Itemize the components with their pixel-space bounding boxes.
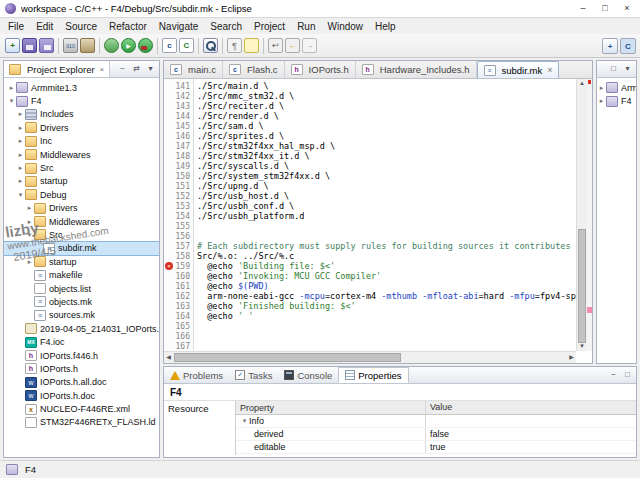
- tab-console[interactable]: Console: [278, 367, 338, 383]
- gutter-line[interactable]: 167: [164, 341, 193, 351]
- make-target-item-f4[interactable]: ▸F4: [597, 94, 636, 107]
- scroll-up-icon[interactable]: ▲: [577, 79, 587, 88]
- gutter-line[interactable]: 166: [164, 331, 193, 341]
- save-all-icon[interactable]: [39, 38, 54, 53]
- build-project-icon[interactable]: [80, 38, 95, 53]
- new-c-source-icon[interactable]: [162, 38, 177, 53]
- menu-help[interactable]: Help: [369, 21, 402, 32]
- new-cpp-class-icon[interactable]: [179, 38, 194, 53]
- menu-navigate[interactable]: Navigate: [153, 21, 204, 32]
- gutter-line[interactable]: 157: [164, 241, 193, 251]
- code-line-161[interactable]: @echo $(PWD): [197, 281, 576, 291]
- last-edit-location-icon[interactable]: [268, 38, 283, 53]
- code-line-144[interactable]: ./Src/render.d \: [197, 111, 576, 121]
- gutter-line[interactable]: 161: [164, 281, 193, 291]
- build-all-icon[interactable]: [63, 38, 78, 53]
- tab-properties[interactable]: Properties: [338, 367, 408, 383]
- code-line-159[interactable]: @echo 'Building file: $<': [197, 261, 576, 271]
- code-line-141[interactable]: ./Src/main.d \: [197, 81, 576, 91]
- line-number-gutter[interactable]: 1411421431441451461471481491501511521531…: [164, 79, 194, 351]
- property-row-editable[interactable]: editabletrue: [236, 441, 636, 454]
- horizontal-scrollbar-thumb[interactable]: [174, 353, 401, 362]
- gutter-line[interactable]: 144: [164, 111, 193, 121]
- scroll-down-icon[interactable]: ▼: [577, 342, 587, 351]
- collapsed-arrow-icon[interactable]: ▸: [25, 204, 34, 212]
- close-tab-icon[interactable]: ×: [547, 65, 552, 75]
- tree-item-src[interactable]: ▾Src: [4, 228, 159, 241]
- collapsed-arrow-icon[interactable]: ▸: [7, 84, 16, 92]
- collapsed-arrow-icon[interactable]: ▸: [16, 110, 25, 118]
- collapse-all-icon[interactable]: −: [117, 62, 128, 76]
- annotation-overview-marker[interactable]: [587, 307, 592, 313]
- scroll-right-icon[interactable]: ▶: [567, 352, 576, 363]
- tree-item-armmite1-3[interactable]: ▸Armmite1.3: [4, 81, 159, 94]
- save-icon[interactable]: [22, 38, 37, 53]
- menu-window[interactable]: Window: [321, 21, 369, 32]
- maximize-button[interactable]: □: [594, 1, 616, 16]
- open-perspective-icon[interactable]: +: [602, 38, 618, 54]
- code-line-150[interactable]: ./Src/system_stm32f4xx.d \: [197, 171, 576, 181]
- collapsed-arrow-icon[interactable]: ▸: [16, 124, 25, 132]
- gutter-line[interactable]: 147: [164, 141, 193, 151]
- collapsed-arrow-icon[interactable]: ▸: [16, 177, 25, 185]
- gutter-line[interactable]: 145: [164, 121, 193, 131]
- gutter-line[interactable]: 146: [164, 131, 193, 141]
- expanded-arrow-icon[interactable]: ▾: [7, 97, 16, 105]
- vertical-scrollbar-thumb[interactable]: [578, 229, 586, 343]
- column-property[interactable]: Property: [236, 401, 426, 414]
- code-line-142[interactable]: ./Src/mmc_stm32.d \: [197, 91, 576, 101]
- collapsed-arrow-icon[interactable]: ▸: [16, 137, 25, 145]
- make-target-item-armmite1-3[interactable]: ▸Armmite1.3: [597, 81, 636, 94]
- column-value[interactable]: Value: [426, 401, 636, 414]
- code-line-167[interactable]: [197, 341, 576, 351]
- gutter-line[interactable]: 149: [164, 161, 193, 171]
- gutter-line[interactable]: ×159: [164, 261, 193, 271]
- code-line-165[interactable]: [197, 321, 576, 331]
- code-line-145[interactable]: ./Src/sam.d \: [197, 121, 576, 131]
- horizontal-scrollbar[interactable]: ◀ ▶: [164, 351, 576, 363]
- tree-item-ioports-h-doc[interactable]: IOPorts.h.doc: [4, 389, 159, 402]
- collapsed-arrow-icon[interactable]: ▸: [16, 164, 25, 172]
- expanded-arrow-icon[interactable]: ▾: [16, 191, 25, 199]
- expanded-arrow-icon[interactable]: ▾: [25, 231, 34, 239]
- property-group-row[interactable]: ▾Info: [236, 415, 636, 428]
- run-icon[interactable]: [121, 38, 136, 53]
- code-line-148[interactable]: ./Src/stm32f4xx_it.d \: [197, 151, 576, 161]
- tree-item-ioports-h[interactable]: IOPorts.h: [4, 362, 159, 375]
- tree-item-src[interactable]: ▸Src: [4, 161, 159, 174]
- menu-search[interactable]: Search: [204, 21, 248, 32]
- code-line-157[interactable]: # Each subdirectory must supply rules fo…: [197, 241, 576, 251]
- editor-tab-hardware-includes-h[interactable]: Hardware_Includes.h: [356, 61, 477, 78]
- show-whitespace-icon[interactable]: [227, 38, 242, 53]
- view-menu-icon[interactable]: ▾: [622, 62, 633, 76]
- scroll-left-icon[interactable]: ◀: [164, 352, 173, 363]
- gutter-line[interactable]: 152: [164, 191, 193, 201]
- overview-ruler[interactable]: [587, 79, 592, 351]
- tab-problems[interactable]: Problems: [164, 367, 229, 383]
- view-menu-icon[interactable]: ▾: [145, 62, 156, 76]
- tree-item-inc[interactable]: ▸Inc: [4, 135, 159, 148]
- tree-item-f4[interactable]: ▾F4: [4, 94, 159, 107]
- category-resource[interactable]: Resource: [168, 403, 231, 414]
- gutter-line[interactable]: 163: [164, 301, 193, 311]
- maximize-view-icon[interactable]: □: [622, 368, 633, 382]
- code-line-164[interactable]: @echo ' ': [197, 311, 576, 321]
- tree-item-drivers[interactable]: ▸Drivers: [4, 202, 159, 215]
- gutter-line[interactable]: 155: [164, 221, 193, 231]
- new-wizard-icon[interactable]: [5, 38, 20, 53]
- editor-tab-flash-c[interactable]: Flash.c: [223, 61, 285, 78]
- forward-icon[interactable]: [302, 38, 317, 53]
- tree-item-startup[interactable]: ▸startup: [4, 255, 159, 268]
- mark-occurrences-icon[interactable]: [244, 38, 259, 53]
- back-icon[interactable]: [285, 38, 300, 53]
- code-line-160[interactable]: @echo 'Invoking: MCU GCC Compiler': [197, 271, 576, 281]
- menu-project[interactable]: Project: [248, 21, 291, 32]
- tree-item-ioports-h-all-doc[interactable]: IOPorts.h.all.doc: [4, 376, 159, 389]
- editor-tab-subdir-mk[interactable]: subdir.mk×: [477, 61, 560, 78]
- code-line-147[interactable]: ./Src/stm32f4xx_hal_msp.d \: [197, 141, 576, 151]
- restore-view-icon[interactable]: □: [608, 62, 619, 76]
- tree-item-debug[interactable]: ▾Debug: [4, 188, 159, 201]
- property-row-derived[interactable]: derivedfalse: [236, 428, 636, 441]
- code-line-149[interactable]: ./Src/syscalls.d \: [197, 161, 576, 171]
- gutter-line[interactable]: 150: [164, 171, 193, 181]
